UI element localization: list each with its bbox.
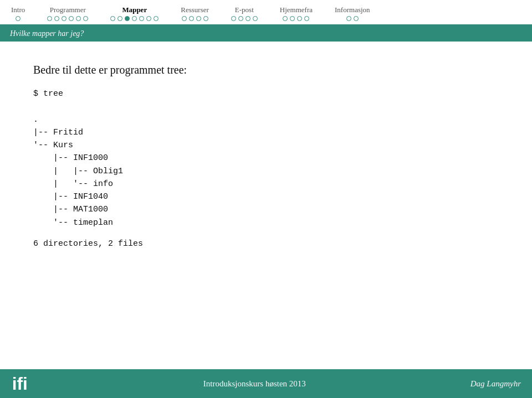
dot <box>203 16 208 21</box>
dot <box>62 16 66 21</box>
nav-label-intro: Intro <box>11 6 25 14</box>
nav-label-informasjon: Informasjon <box>335 6 370 14</box>
subtitle-bar: Hvilke mapper har jeg? <box>0 26 532 42</box>
nav-label-epost: E-post <box>235 6 254 14</box>
dot <box>146 16 151 21</box>
code-command: $ tree . |-- Fritid '-- Kurs |-- INF1000… <box>33 87 499 229</box>
dot <box>238 16 243 21</box>
nav-dots-programmer <box>47 16 88 21</box>
footer-center-text: Introduksjonskurs høsten 2013 <box>203 379 306 389</box>
dot <box>290 16 295 21</box>
dot <box>47 16 52 21</box>
dot <box>154 16 158 21</box>
dot <box>189 16 194 21</box>
dot <box>253 16 258 21</box>
nav-item-hjemmefra[interactable]: Hjemmefra <box>269 3 324 24</box>
footer-right-text: Dag Langmyhr <box>470 379 521 389</box>
intro-text: Bedre til dette er programmet tree: <box>33 64 499 76</box>
dot <box>54 16 59 21</box>
dot <box>354 16 359 21</box>
nav-item-ressurser[interactable]: Ressurser <box>170 3 220 24</box>
dot <box>297 16 302 21</box>
dot <box>231 16 236 21</box>
nav-label-programmer: Programmer <box>50 6 86 14</box>
tree-output: . |-- Fritid '-- Kurs |-- INF1000 | |-- … <box>33 115 123 228</box>
svg-text:ifi: ifi <box>12 374 28 394</box>
dot <box>110 16 115 21</box>
nav-item-programmer[interactable]: Programmer <box>36 3 99 24</box>
nav-label-hjemmefra: Hjemmefra <box>280 6 313 14</box>
dot <box>76 16 81 21</box>
dot <box>132 16 137 21</box>
nav-dots-hjemmefra <box>283 16 309 21</box>
dot <box>245 16 250 21</box>
nav-item-informasjon[interactable]: Informasjon <box>324 3 381 24</box>
nav-dots-ressurser <box>182 16 208 21</box>
nav-items-container: Intro Programmer Mapper <box>0 0 532 24</box>
dot <box>139 16 144 21</box>
dot <box>346 16 351 21</box>
main-content: Bedre til dette er programmet tree: $ tr… <box>0 42 532 260</box>
subtitle-text: Hvilke mapper har jeg? <box>10 29 84 38</box>
nav-item-epost[interactable]: E-post <box>220 3 269 24</box>
footer-logo: ifi <box>11 373 39 394</box>
dot <box>83 16 88 21</box>
dot-active <box>125 16 130 21</box>
nav-label-mapper: Mapper <box>122 6 147 14</box>
dot <box>16 16 21 21</box>
nav-dots-informasjon <box>346 16 359 21</box>
dot <box>304 16 309 21</box>
nav-item-mapper[interactable]: Mapper <box>99 3 170 24</box>
nav-dots-epost <box>231 16 258 21</box>
nav-dots-mapper <box>110 16 158 21</box>
dot <box>182 16 187 21</box>
footer: ifi Introduksjonskurs høsten 2013 Dag La… <box>0 369 532 398</box>
dot <box>196 16 201 21</box>
nav-item-intro[interactable]: Intro <box>0 3 36 24</box>
top-nav: Intro Programmer Mapper <box>0 0 532 26</box>
nav-dots-intro <box>16 16 21 21</box>
dot <box>283 16 288 21</box>
dot <box>69 16 74 21</box>
dot <box>117 16 122 21</box>
command-text: $ tree <box>33 89 63 99</box>
nav-label-ressurser: Ressurser <box>181 6 209 14</box>
summary-text: 6 directories, 2 files <box>33 239 499 249</box>
